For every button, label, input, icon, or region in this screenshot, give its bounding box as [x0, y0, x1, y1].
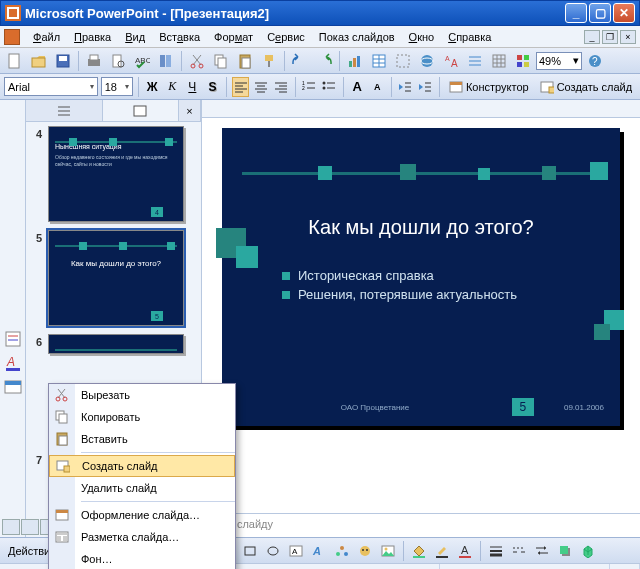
font-size-combo[interactable]: 18▾ [101, 77, 133, 96]
notes-pane[interactable]: тки к слайду [202, 513, 640, 537]
print-preview-button[interactable] [107, 50, 129, 72]
align-right-button[interactable] [273, 77, 290, 97]
increase-font-button[interactable]: A [349, 77, 366, 97]
slides-tab[interactable] [103, 100, 180, 121]
menu-help[interactable]: Справка [441, 29, 498, 45]
ctx-copy[interactable]: Копировать [49, 406, 235, 428]
paste-button[interactable] [234, 50, 256, 72]
insert-table-button[interactable] [368, 50, 390, 72]
color-button[interactable] [512, 50, 534, 72]
italic-button[interactable]: К [164, 77, 181, 97]
save-button[interactable] [52, 50, 74, 72]
shadow-button[interactable]: S [204, 77, 221, 97]
status-language[interactable]: русский (Россия) [440, 564, 610, 569]
research-button[interactable] [155, 50, 177, 72]
mdi-restore[interactable]: ❐ [602, 30, 618, 44]
mdi-icon[interactable] [4, 29, 20, 45]
font-color-tool[interactable]: A [455, 541, 475, 561]
cut-button[interactable] [186, 50, 208, 72]
new-doc-button[interactable] [4, 50, 26, 72]
align-left-button[interactable] [232, 77, 249, 97]
copy-button[interactable] [210, 50, 232, 72]
3d-style-tool[interactable] [578, 541, 598, 561]
underline-button[interactable]: Ч [184, 77, 201, 97]
show-grid-button[interactable] [488, 50, 510, 72]
new-slide-button[interactable]: Создать слайд [536, 77, 636, 97]
numbering-button[interactable]: 12 [301, 77, 318, 97]
slide-title[interactable]: Как мы дошли до этого? [222, 216, 620, 239]
maximize-button[interactable]: ▢ [589, 3, 611, 23]
oval-tool[interactable] [263, 541, 283, 561]
dash-style-tool[interactable] [509, 541, 529, 561]
menu-edit[interactable]: Правка [67, 29, 118, 45]
current-slide[interactable]: Как мы дошли до этого? Историческая спра… [222, 128, 620, 426]
slide-canvas[interactable]: Как мы дошли до этого? Историческая спра… [202, 118, 640, 513]
menu-window[interactable]: Окно [402, 29, 442, 45]
ctx-background[interactable]: Фон… [49, 548, 235, 569]
mdi-close[interactable]: × [620, 30, 636, 44]
ctx-cut[interactable]: Вырезать [49, 384, 235, 406]
textbox-tool[interactable]: A [286, 541, 306, 561]
print-button[interactable] [83, 50, 105, 72]
fill-color-tool[interactable] [409, 541, 429, 561]
menu-tools[interactable]: Сервис [260, 29, 312, 45]
slide-body[interactable]: Историческая справка Решения, потерявшие… [282, 268, 600, 306]
mdi-minimize[interactable]: _ [584, 30, 600, 44]
svg-rect-77 [549, 87, 554, 93]
slide-thumbnail-4[interactable]: Нынешняя ситуация Обзор недавнего состоя… [48, 126, 184, 222]
slide-thumbnail-6[interactable] [48, 334, 184, 354]
svg-point-114 [344, 552, 348, 556]
menu-insert[interactable]: Вставка [152, 29, 207, 45]
ctx-slide-layout[interactable]: Разметка слайда… [49, 526, 235, 548]
tables-borders-button[interactable] [392, 50, 414, 72]
decrease-indent-button[interactable] [397, 77, 414, 97]
panel-close[interactable]: × [179, 100, 201, 121]
arrow-style-tool[interactable] [532, 541, 552, 561]
close-button[interactable]: ✕ [613, 3, 635, 23]
ctx-slide-design[interactable]: Оформление слайда… [49, 504, 235, 526]
zoom-combo[interactable]: 49%▾ [536, 52, 582, 70]
insert-picture-tool[interactable] [378, 541, 398, 561]
font-color-strip-icon[interactable]: A [4, 354, 22, 372]
ctx-new-slide[interactable]: Создать слайд [49, 455, 235, 477]
menu-slideshow[interactable]: Показ слайдов [312, 29, 402, 45]
svg-point-117 [366, 549, 368, 551]
outline-icon[interactable] [4, 330, 22, 348]
increase-indent-button[interactable] [417, 77, 434, 97]
svg-text:A: A [445, 55, 450, 62]
rectangle-tool[interactable] [240, 541, 260, 561]
menu-view[interactable]: Вид [118, 29, 152, 45]
diagram-tool[interactable] [332, 541, 352, 561]
redo-button[interactable] [313, 50, 335, 72]
line-style-tool[interactable] [486, 541, 506, 561]
help-button[interactable]: ? [584, 50, 606, 72]
undo-button[interactable] [289, 50, 311, 72]
sorter-view-button[interactable] [21, 519, 39, 535]
ctx-delete-slide[interactable]: Удалить слайд [49, 477, 235, 499]
insert-chart-button[interactable] [344, 50, 366, 72]
expand-all-button[interactable]: AA [440, 50, 462, 72]
clipart-tool[interactable] [355, 541, 375, 561]
shadow-style-tool[interactable] [555, 541, 575, 561]
show-formatting-button[interactable] [464, 50, 486, 72]
decrease-font-button[interactable]: A [369, 77, 386, 97]
bullets-button[interactable] [321, 77, 338, 97]
ctx-paste[interactable]: Вставить [49, 428, 235, 450]
open-button[interactable] [28, 50, 50, 72]
line-color-tool[interactable] [432, 541, 452, 561]
menu-file[interactable]: Файл [26, 29, 67, 45]
slide-design-button[interactable]: Конструктор [445, 77, 533, 97]
menu-format[interactable]: Формат [207, 29, 260, 45]
outline-tab[interactable] [26, 100, 103, 121]
normal-view-button[interactable] [2, 519, 20, 535]
spellcheck-button[interactable]: ABC [131, 50, 153, 72]
bold-button[interactable]: Ж [144, 77, 161, 97]
minimize-button[interactable]: _ [565, 3, 587, 23]
wordart-tool[interactable]: A [309, 541, 329, 561]
align-center-button[interactable] [252, 77, 269, 97]
slide-thumbnail-5[interactable]: Как мы дошли до этого? 5 [48, 230, 184, 326]
format-painter-button[interactable] [258, 50, 280, 72]
insert-hyperlink-button[interactable] [416, 50, 438, 72]
font-combo[interactable]: Arial▾ [4, 77, 98, 96]
design-strip-icon[interactable] [4, 378, 22, 396]
